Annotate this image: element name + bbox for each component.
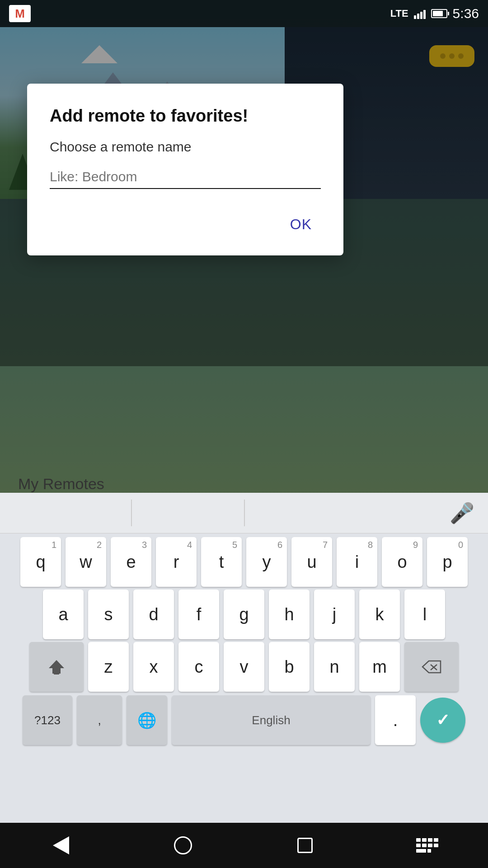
enter-key[interactable]: ✓ — [420, 698, 465, 743]
key-r[interactable]: 4r — [156, 537, 197, 587]
comma-key[interactable]: , — [77, 695, 122, 745]
space-key[interactable]: English — [172, 695, 371, 745]
key-c[interactable]: c — [178, 642, 219, 692]
nav-bar — [0, 823, 488, 868]
key-n[interactable]: n — [314, 642, 355, 692]
key-h[interactable]: h — [269, 590, 310, 639]
home-icon — [174, 836, 192, 854]
top-bar-divider1 — [131, 500, 132, 526]
key-p[interactable]: 0p — [427, 537, 468, 587]
battery-icon — [431, 9, 447, 18]
back-icon — [53, 836, 69, 854]
keyboard-icon — [416, 838, 438, 853]
add-remote-dialog: Add remote to favorites! Choose a remote… — [27, 84, 343, 255]
key-row-3: z x c v b n m — [0, 642, 488, 692]
key-z[interactable]: z — [88, 642, 129, 692]
key-s[interactable]: s — [88, 590, 129, 639]
key-b[interactable]: b — [269, 642, 310, 692]
status-bar: LTE 5:36 — [0, 0, 488, 27]
nav-home-button[interactable] — [172, 834, 194, 857]
clock: 5:36 — [453, 6, 479, 21]
shift-key[interactable] — [29, 642, 84, 692]
my-remotes-label: My Remotes — [18, 475, 104, 493]
microphone-icon[interactable]: 🎤 — [450, 501, 474, 525]
nav-back-button[interactable] — [50, 834, 72, 857]
key-q[interactable]: 1q — [20, 537, 61, 587]
gmail-icon — [9, 5, 31, 22]
key-j[interactable]: j — [314, 590, 355, 639]
key-w[interactable]: 2w — [66, 537, 106, 587]
dialog-actions: OK — [50, 212, 321, 237]
lte-icon: LTE — [390, 8, 408, 19]
keyboard-rows: 1q 2w 3e 4r 5t 6y 7u 8i 9o 0p a s d f g … — [0, 533, 488, 751]
key-u[interactable]: 7u — [291, 537, 332, 587]
key-e[interactable]: 3e — [111, 537, 151, 587]
battery-fill — [433, 11, 443, 16]
key-l[interactable]: l — [404, 590, 445, 639]
key-row-2: a s d f g h j k l — [0, 590, 488, 639]
period-key[interactable]: . — [375, 695, 416, 745]
status-bar-left — [9, 5, 31, 22]
nav-keyboard-button[interactable] — [416, 834, 438, 857]
dialog-title: Add remote to favorites! — [50, 106, 321, 126]
key-y[interactable]: 6y — [246, 537, 287, 587]
key-row-1: 1q 2w 3e 4r 5t 6y 7u 8i 9o 0p — [0, 537, 488, 587]
key-g[interactable]: g — [224, 590, 264, 639]
globe-key[interactable]: 🌐 — [127, 695, 167, 745]
key-k[interactable]: k — [359, 590, 400, 639]
key-v[interactable]: v — [224, 642, 264, 692]
numbers-key[interactable]: ?123 — [23, 695, 72, 745]
key-m[interactable]: m — [359, 642, 400, 692]
dialog-subtitle: Choose a remote name — [50, 139, 321, 155]
key-t[interactable]: 5t — [201, 537, 242, 587]
svg-marker-0 — [49, 660, 64, 674]
top-bar-divider2 — [244, 500, 245, 526]
key-i[interactable]: 8i — [337, 537, 377, 587]
key-row-bottom: ?123 , 🌐 English . ✓ — [0, 695, 488, 745]
nav-recents-button[interactable] — [294, 834, 316, 857]
key-a[interactable]: a — [43, 590, 84, 639]
ok-button[interactable]: OK — [281, 212, 321, 237]
keyboard-top-bar: 🎤 — [0, 493, 488, 533]
status-bar-right: LTE 5:36 — [390, 6, 479, 21]
keyboard-area: 🎤 1q 2w 3e 4r 5t 6y 7u 8i 9o 0p a s d f … — [0, 493, 488, 868]
recents-icon — [297, 838, 313, 853]
svg-rect-1 — [54, 673, 59, 675]
key-f[interactable]: f — [178, 590, 219, 639]
key-o[interactable]: 9o — [382, 537, 422, 587]
signal-bars-icon — [414, 8, 426, 19]
key-d[interactable]: d — [133, 590, 174, 639]
remote-name-input[interactable] — [50, 165, 321, 189]
key-x[interactable]: x — [133, 642, 174, 692]
backspace-key[interactable] — [404, 642, 459, 692]
